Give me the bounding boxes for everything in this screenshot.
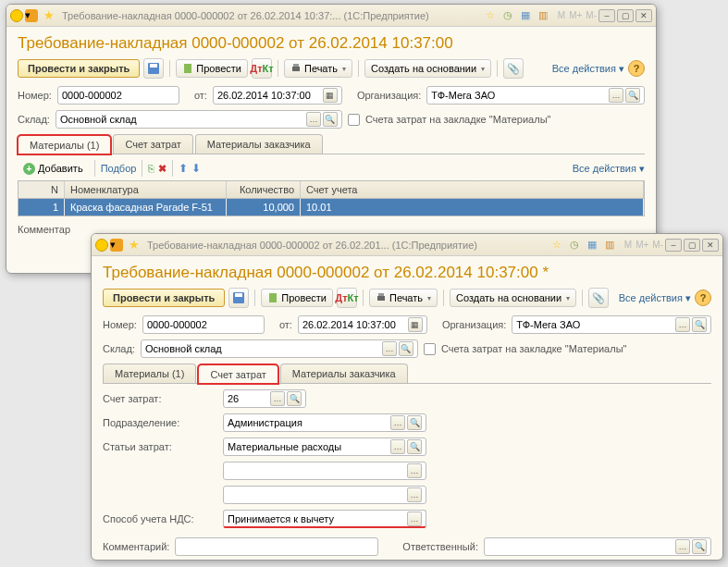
titlebar: ▾ ★ Требование-накладная 0000-000002 от … xyxy=(6,5,656,27)
search-icon[interactable]: 🔍 xyxy=(625,88,640,103)
tab-materials[interactable]: Материалы (1) xyxy=(18,135,111,154)
post-and-close-button[interactable]: Провести и закрыть xyxy=(18,59,140,78)
maximize-button[interactable]: ▢ xyxy=(617,9,634,22)
search-icon[interactable]: 🔍 xyxy=(287,391,302,406)
dtkt-button[interactable]: ДтКт xyxy=(252,58,272,79)
input-date[interactable]: 26.02.2014 10:37:00▦ xyxy=(298,315,427,334)
col-n[interactable]: N xyxy=(19,181,65,198)
search-icon[interactable]: 🔍 xyxy=(407,415,422,430)
input-empty2[interactable]: … xyxy=(223,486,426,504)
pick-link[interactable]: Подбор xyxy=(101,163,137,174)
tab-materials[interactable]: Материалы (1) xyxy=(103,364,196,383)
input-org[interactable]: ТФ-Мега ЗАО…🔍 xyxy=(426,86,645,105)
dropdown-icon[interactable]: ▾ xyxy=(110,239,123,252)
close-button[interactable]: ✕ xyxy=(702,239,719,252)
select-icon[interactable]: … xyxy=(306,112,321,127)
input-store[interactable]: Основной склад…🔍 xyxy=(141,339,418,358)
calc-icon[interactable]: ▦ xyxy=(585,238,599,253)
add-button[interactable]: +Добавить xyxy=(18,161,89,177)
content: Требование-накладная 0000-000002 от 26.0… xyxy=(92,256,722,561)
create-based-button[interactable]: Создать на основании▾ xyxy=(450,289,576,307)
search-icon[interactable]: 🔍 xyxy=(692,539,707,554)
all-actions-grid-link[interactable]: Все действия ▾ xyxy=(573,163,645,175)
row-costacc: Счет затрат: 26…🔍 xyxy=(103,389,711,408)
move-up-icon[interactable]: ⬆ xyxy=(179,162,188,175)
dtkt-button[interactable]: ДтКт xyxy=(337,288,357,308)
select-icon[interactable]: … xyxy=(609,88,623,103)
select-icon[interactable]: … xyxy=(407,512,422,526)
help-button[interactable]: ? xyxy=(695,290,711,306)
copy-icon[interactable]: ⎘ xyxy=(148,163,154,174)
select-icon[interactable]: … xyxy=(675,317,690,332)
date-picker-icon[interactable]: ▦ xyxy=(323,88,338,103)
attachment-button[interactable]: 📎 xyxy=(503,58,524,79)
input-costacc[interactable]: 26…🔍 xyxy=(223,389,306,408)
col-account[interactable]: Счет учета xyxy=(301,181,644,198)
all-actions-link[interactable]: Все действия ▾ xyxy=(552,63,624,75)
all-actions-link[interactable]: Все действия ▾ xyxy=(619,292,691,304)
maximize-button[interactable]: ▢ xyxy=(684,239,700,252)
create-based-button[interactable]: Создать на основании▾ xyxy=(364,59,491,78)
fav-icon[interactable]: ☆ xyxy=(549,238,564,253)
calendar-icon[interactable]: ▥ xyxy=(536,8,550,23)
select-icon[interactable]: … xyxy=(390,439,405,454)
input-number[interactable]: 0000-000002 xyxy=(57,86,179,105)
table-row[interactable]: 1 Краска фасадная Parade F-51 10,000 10.… xyxy=(19,199,644,216)
post-button[interactable]: Провести xyxy=(261,289,333,307)
help-button[interactable]: ? xyxy=(628,60,645,77)
date-picker-icon[interactable]: ▦ xyxy=(408,317,423,332)
input-org[interactable]: ТФ-Мега ЗАО…🔍 xyxy=(512,315,711,334)
save-button[interactable] xyxy=(143,58,164,79)
select-icon[interactable]: … xyxy=(382,341,397,356)
select-icon[interactable]: … xyxy=(407,463,422,478)
calendar-icon[interactable]: ▥ xyxy=(602,238,617,253)
select-icon[interactable]: … xyxy=(675,539,690,554)
tab-costaccount[interactable]: Счет затрат xyxy=(198,364,278,384)
select-icon[interactable]: … xyxy=(390,415,405,430)
print-button[interactable]: Печать▾ xyxy=(284,59,352,78)
delete-icon[interactable]: ✖ xyxy=(158,163,167,175)
col-nomenclature[interactable]: Номенклатура xyxy=(65,181,227,198)
history-icon[interactable]: ◷ xyxy=(500,8,515,23)
input-vat[interactable]: Принимается к вычету… xyxy=(223,510,426,528)
select-icon[interactable]: … xyxy=(407,487,422,502)
save-button[interactable] xyxy=(228,288,249,308)
dropdown-icon[interactable]: ▾ xyxy=(25,9,38,22)
select-icon[interactable]: … xyxy=(270,391,285,406)
minimize-button[interactable]: – xyxy=(598,9,615,22)
minimize-button[interactable]: – xyxy=(665,239,682,252)
print-button[interactable]: Печать▾ xyxy=(369,289,438,307)
search-icon[interactable]: 🔍 xyxy=(407,439,422,454)
fav-icon[interactable]: ☆ xyxy=(483,8,498,23)
post-button[interactable]: Провести xyxy=(176,59,248,78)
tab-customer-materials[interactable]: Материалы заказчика xyxy=(280,364,408,383)
search-icon[interactable]: 🔍 xyxy=(692,317,707,332)
post-and-close-button[interactable]: Провести и закрыть xyxy=(103,289,225,307)
search-icon[interactable]: 🔍 xyxy=(399,341,413,356)
label-number: Номер: xyxy=(18,90,52,101)
search-icon[interactable]: 🔍 xyxy=(323,112,338,127)
checkbox-costaccounts[interactable] xyxy=(424,343,436,355)
attachment-button[interactable]: 📎 xyxy=(588,288,609,308)
history-icon[interactable]: ◷ xyxy=(567,238,582,253)
checkbox-costaccounts[interactable] xyxy=(348,114,360,126)
input-date[interactable]: 26.02.2014 10:37:00▦ xyxy=(213,86,342,105)
input-store[interactable]: Основной склад…🔍 xyxy=(56,110,342,129)
input-article[interactable]: Материальные расходы…🔍 xyxy=(223,438,426,456)
move-down-icon[interactable]: ⬇ xyxy=(191,162,201,175)
input-responsible[interactable]: …🔍 xyxy=(484,537,711,556)
close-button[interactable]: ✕ xyxy=(635,9,652,22)
calc-icon[interactable]: ▦ xyxy=(518,8,533,23)
svg-rect-2 xyxy=(184,64,191,73)
input-number[interactable]: 0000-000002 xyxy=(142,315,265,334)
input-empty1[interactable]: … xyxy=(223,462,426,480)
label-from: от: xyxy=(194,90,207,101)
star-icon[interactable]: ★ xyxy=(129,238,140,252)
star-icon[interactable]: ★ xyxy=(43,8,55,22)
tab-customer-materials[interactable]: Материалы заказчика xyxy=(195,134,323,154)
col-quantity[interactable]: Количество xyxy=(227,181,301,198)
input-dept[interactable]: Администрация…🔍 xyxy=(223,413,426,432)
input-comment[interactable] xyxy=(175,537,378,556)
label-dept: Подразделение: xyxy=(103,417,223,428)
tab-costaccount[interactable]: Счет затрат xyxy=(113,134,192,154)
